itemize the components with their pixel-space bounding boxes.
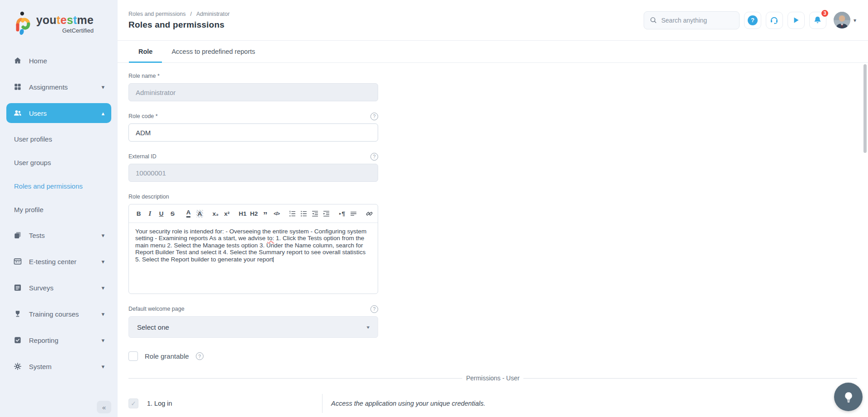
sidebar-item-user-groups[interactable]: User groups <box>6 155 111 170</box>
help-button[interactable]: ? <box>744 12 761 29</box>
search-input[interactable] <box>661 17 729 24</box>
role-form: Role name * Role code * ? External ID ? <box>128 72 378 361</box>
content: Role name * Role code * ? External ID ? <box>118 63 868 417</box>
chevron-down-icon: ▾ <box>854 17 856 24</box>
sidebar-item-reporting[interactable]: Reporting ▾ <box>6 330 111 350</box>
chevron-up-icon: ▴ <box>101 110 104 117</box>
outdent-button[interactable] <box>309 208 321 219</box>
text-caret <box>273 257 274 262</box>
app-window: youtestme GetCertified Home Assignments … <box>0 0 868 417</box>
align-icon <box>350 210 357 218</box>
support-button[interactable] <box>766 12 783 29</box>
brand-logo: youtestme GetCertified <box>0 0 118 39</box>
highlight-button[interactable]: A <box>194 208 205 219</box>
role-description-editor-body[interactable]: Your security role is intended for: - Ov… <box>129 223 378 294</box>
superscript-button[interactable]: x² <box>221 208 232 219</box>
sidebar-item-my-profile[interactable]: My profile <box>6 202 111 217</box>
sidebar-item-roles-and-permissions[interactable]: Roles and permissions <box>6 178 111 194</box>
role-name-field: Role name * <box>128 72 378 101</box>
sidebar-item-label: Users <box>29 109 47 117</box>
tab-access-to-predefined-reports[interactable]: Access to predefined reports <box>162 41 265 62</box>
role-grantable-checkbox[interactable] <box>128 351 138 361</box>
role-code-field: Role code * ? <box>128 113 378 142</box>
permission-row: ✓ 1. Log in Access the application using… <box>128 394 857 413</box>
sidebar-item-assignments[interactable]: Assignments ▾ <box>6 77 111 97</box>
brand-tagline: GetCertified <box>62 27 94 34</box>
chevron-down-icon: ▾ <box>101 311 104 317</box>
strikethrough-button[interactable]: S <box>167 208 178 219</box>
sidebar-item-user-profiles[interactable]: User profiles <box>6 131 111 147</box>
avatar[interactable] <box>834 12 850 28</box>
tab-role[interactable]: Role <box>129 41 162 62</box>
gear-icon <box>13 362 22 371</box>
code-block-button[interactable]: </> <box>271 208 282 219</box>
permissions-section-divider: Permissions - User <box>128 374 857 382</box>
permissions-section-title: Permissions - User <box>462 374 523 382</box>
sidebar-item-users[interactable]: Users ▴ <box>6 103 111 123</box>
indent-button[interactable] <box>321 208 332 219</box>
rich-text-editor: B I U S A A x₂ x² H1 H2 ” </> <box>128 204 378 294</box>
sidebar-item-training-courses[interactable]: Training courses ▾ <box>6 304 111 324</box>
role-description-field: Role description B I U S A A x₂ x² H1 <box>128 193 378 294</box>
chevron-down-icon: ▾ <box>101 232 104 239</box>
sidebar-item-surveys[interactable]: Surveys ▾ <box>6 278 111 298</box>
direction-button[interactable]: ▸¶ <box>337 208 348 219</box>
heading-2-button[interactable]: H2 <box>248 208 260 219</box>
sidebar-item-label: Assignments <box>29 83 68 91</box>
help-icon: ? <box>748 15 758 25</box>
role-code-input[interactable] <box>128 123 378 142</box>
role-code-help-icon[interactable]: ? <box>370 113 378 120</box>
bold-button[interactable]: B <box>133 208 144 219</box>
sidebar-item-label: Roles and permissions <box>14 182 83 190</box>
permission-divider <box>322 394 323 413</box>
italic-button[interactable]: I <box>144 208 156 219</box>
heading-1-button[interactable]: H1 <box>237 208 248 219</box>
search-box[interactable] <box>644 11 740 29</box>
chevron-down-icon: ▾ <box>101 258 104 265</box>
users-icon <box>13 109 22 118</box>
align-button[interactable] <box>348 208 359 219</box>
underline-button[interactable]: U <box>156 208 167 219</box>
breadcrumb-roles[interactable]: Roles and permissions <box>128 11 185 17</box>
select-value: Select one <box>137 323 169 331</box>
user-menu[interactable]: ▾ <box>834 12 856 28</box>
tests-icon <box>13 231 22 240</box>
outdent-icon <box>311 210 319 218</box>
misspelled-word: to: <box>267 235 274 242</box>
sidebar-item-tests[interactable]: Tests ▾ <box>6 225 111 245</box>
sidebar-item-home[interactable]: Home <box>6 51 111 71</box>
permission-description: Access the application using your unique… <box>331 400 485 407</box>
suggestions-fab-button[interactable] <box>834 383 863 411</box>
default-welcome-page-select[interactable]: Select one ▾ <box>128 316 378 338</box>
sidebar-item-e-testing-center[interactable]: E-testing center ▾ <box>6 251 111 271</box>
role-grantable-help-icon[interactable]: ? <box>196 352 204 360</box>
link-button[interactable] <box>364 208 375 219</box>
tutorial-button[interactable] <box>787 12 805 29</box>
external-id-help-icon[interactable]: ? <box>370 153 378 161</box>
default-welcome-page-help-icon[interactable]: ? <box>370 305 378 313</box>
text-color-button[interactable]: A <box>183 208 194 219</box>
sidebar-item-label: E-testing center <box>29 258 76 265</box>
indent-icon <box>323 210 330 218</box>
ordered-list-button[interactable] <box>287 208 298 219</box>
vertical-scrollbar[interactable] <box>863 64 867 153</box>
sidebar-item-label: User profiles <box>14 135 52 143</box>
sidebar-item-system[interactable]: System ▾ <box>6 356 111 376</box>
sidebar-collapse-button[interactable]: « <box>97 401 111 413</box>
blockquote-button[interactable]: ” <box>260 208 271 219</box>
external-id-label: External ID <box>128 153 157 160</box>
headset-icon <box>769 15 779 25</box>
lightbulb-icon <box>842 390 855 404</box>
ordered-list-icon <box>289 210 296 218</box>
default-welcome-page-label: Default welcome page <box>128 306 185 312</box>
subscript-button[interactable]: x₂ <box>210 208 221 219</box>
bullet-list-button[interactable] <box>298 208 309 219</box>
bullet-list-icon <box>300 210 308 218</box>
grid-icon <box>13 82 22 91</box>
sidebar-item-label: My profile <box>14 206 43 213</box>
brand-wordmark: youtestme <box>36 14 94 26</box>
breadcrumb-separator: / <box>190 11 191 17</box>
trophy-icon <box>13 309 22 318</box>
role-description-label: Role description <box>128 194 169 200</box>
notifications-button[interactable]: 3 <box>809 12 826 29</box>
